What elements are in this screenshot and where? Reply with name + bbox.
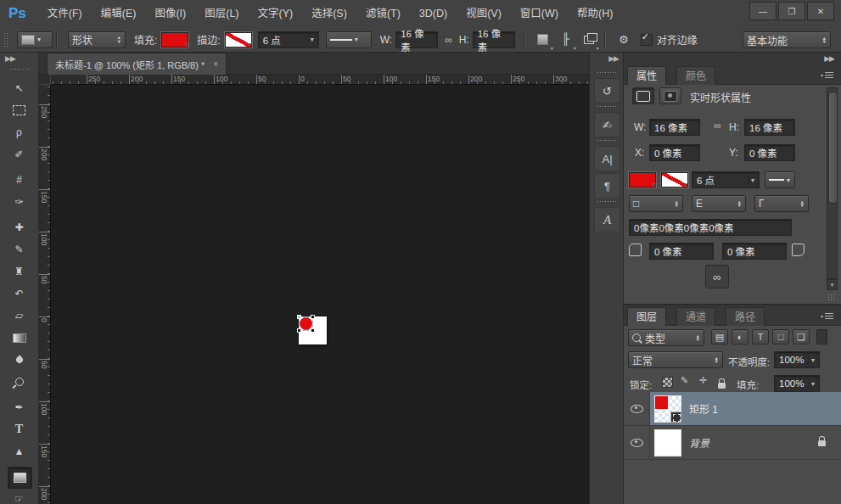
tab-color[interactable]: 颜色 [676,66,715,86]
panel-menu-icon[interactable]: ▾ [821,311,836,320]
filter-smart-objects-button[interactable]: ❏ [793,329,810,344]
move-tool-button[interactable]: ↖ [8,78,31,98]
stroke-width-field[interactable]: 6 点 ▾ [258,31,319,48]
eraser-tool-button[interactable]: ▱ [8,305,31,326]
width-field[interactable]: 16 像素 [649,119,700,136]
rectangle-tool-button[interactable] [8,467,32,489]
path-operations-button[interactable]: ▾ [535,31,552,48]
window-minimize-button[interactable]: — [749,2,777,20]
horizontal-ruler[interactable]: 25020015010050050100150200250300 [51,75,589,85]
paragraph-panel-button[interactable]: ¶ [594,173,620,199]
filter-shape-layers-button[interactable]: □ [772,329,789,344]
menu-item-10[interactable]: 窗口(W) [511,1,568,27]
chevron-down-icon[interactable]: ▾ [808,380,815,388]
blur-tool-button[interactable] [8,350,31,370]
lock-all-icon[interactable] [718,383,726,389]
gradient-tool-button[interactable] [8,328,31,348]
transform-handle-bottom-left[interactable] [297,328,301,333]
layer-row[interactable]: 矩形 1 [624,392,841,426]
notes-panel-button[interactable]: ✍ [594,112,620,137]
crop-tool-button[interactable]: # [8,170,31,190]
rectangular-marquee-tool-button[interactable] [8,100,31,120]
height-field[interactable]: 16 像素 [744,119,795,136]
panel-grip[interactable] [597,139,617,143]
shape-height-field[interactable]: 16 像素 [473,31,515,48]
hand-tool-button[interactable]: ☞ [8,489,31,504]
character-panel-button[interactable]: A| [594,146,620,171]
document-canvas[interactable] [299,316,327,344]
menu-item-5[interactable]: 文字(Y) [249,1,303,27]
eye-icon[interactable] [631,439,643,447]
type-tool-button[interactable]: T [8,419,31,440]
y-field[interactable]: 0 像素 [744,144,795,161]
menu-item-6[interactable]: 选择(S) [302,1,356,27]
character-styles-panel-button[interactable]: A [594,207,620,232]
panel-resize-grip[interactable] [827,294,836,300]
link-dimensions-icon[interactable]: ∞ [445,34,452,46]
tool-mode-dropdown[interactable]: 形状 ▲▼ [68,31,126,48]
tab-paths[interactable]: 路径 [726,307,765,327]
vertical-ruler[interactable]: 25020015010050050100150200 [39,85,51,504]
blend-mode-dropdown[interactable]: 正常 ▲▼ [628,351,723,368]
tab-layers[interactable]: 图层 [627,307,666,327]
collapse-toolbar-icon[interactable]: ▶▶ [5,54,15,63]
corner-radius-right-field[interactable]: 0 像素 [722,243,787,260]
menu-item-2[interactable]: 编辑(E) [92,1,146,27]
stroke-corners-dropdown[interactable]: Γ ▲▼ [754,195,809,212]
history-panel-button[interactable]: ↺ [594,78,620,104]
options-bar-grip[interactable] [3,32,8,48]
vector-mask-button[interactable] [659,87,681,104]
layer-row-main[interactable]: 矩形 1 [650,392,841,425]
eye-icon[interactable] [631,405,643,413]
fill-field[interactable]: 100% ▾ [774,375,820,392]
properties-scrollbar[interactable] [827,87,838,279]
path-alignment-button[interactable]: ╟ ▾ [558,31,575,48]
dodge-tool-button[interactable] [8,372,31,392]
window-maximize-button[interactable]: ❐ [778,2,805,20]
chevron-down-icon[interactable]: ▾ [808,356,815,364]
lasso-tool-button[interactable]: ρ [8,122,31,143]
stroke-caps-dropdown[interactable]: Ε ▲▼ [692,195,746,212]
close-tab-icon[interactable]: × [213,59,218,69]
stroke-alignment-dropdown[interactable]: □ ▲▼ [629,195,683,212]
link-dimensions-icon[interactable]: ∞ [714,120,721,132]
path-selection-tool-button[interactable]: ▲ [8,441,31,462]
tab-channels[interactable]: 通道 [676,307,715,327]
layer-name[interactable]: 矩形 1 [689,401,718,416]
panel-grip[interactable] [597,105,617,109]
stroke-color-swatch[interactable]: ▾ [661,172,688,188]
filter-type-dropdown[interactable]: 类型 ▲▼ [628,329,704,346]
scrollbar-thumb[interactable] [828,92,838,204]
healing-brush-tool-button[interactable]: ✚ [8,217,31,238]
filter-type-layers-button[interactable]: T [752,329,769,344]
scroll-down-arrow[interactable]: ▼ [827,279,838,290]
expand-panels-icon[interactable]: ▶▶ [608,54,619,63]
stroke-color-swatch[interactable]: ▾ [225,32,252,48]
toolbar-grip[interactable] [9,68,30,71]
corner-radii-field[interactable]: 0像素0像素0像素0像素 [629,219,792,236]
shape-width-field[interactable]: 16 像素 [395,31,438,48]
window-close-button[interactable]: ✕ [807,2,834,20]
layer-row[interactable]: 背景 [624,426,841,460]
eyedropper-tool-button[interactable]: ✑ [8,192,31,212]
tool-preset-dropdown[interactable]: ▾ [17,31,53,48]
panel-menu-icon[interactable]: ▾ [821,70,836,79]
menu-item-9[interactable]: 视图(V) [457,1,511,27]
chevron-down-icon[interactable]: ▾ [748,176,754,184]
live-shape-button[interactable] [632,87,654,104]
link-corner-radii-button[interactable]: ∞ [705,265,729,288]
quick-selection-tool-button[interactable]: ✐ [8,144,31,165]
filter-pixel-layers-button[interactable]: ▤ [711,329,728,344]
path-arrange-button[interactable]: ▾ [580,31,597,48]
opacity-field[interactable]: 100% ▾ [774,351,820,368]
document-tab[interactable]: 未标题-1 @ 100% (矩形 1, RGB/8) * × [47,53,227,75]
transform-handle-top-left[interactable] [297,315,301,319]
brush-tool-button[interactable]: ✎ [8,239,31,260]
filtering-toggle[interactable] [816,329,827,344]
stroke-type-dropdown[interactable]: ▾ [326,31,372,48]
lock-position-icon[interactable]: ✛ [699,375,707,386]
menu-item-11[interactable]: 帮助(H) [568,1,622,27]
menu-item-1[interactable]: 文件(F) [38,1,92,27]
menu-item-8[interactable]: 3D(D) [410,1,457,27]
x-field[interactable]: 0 像素 [649,144,700,161]
